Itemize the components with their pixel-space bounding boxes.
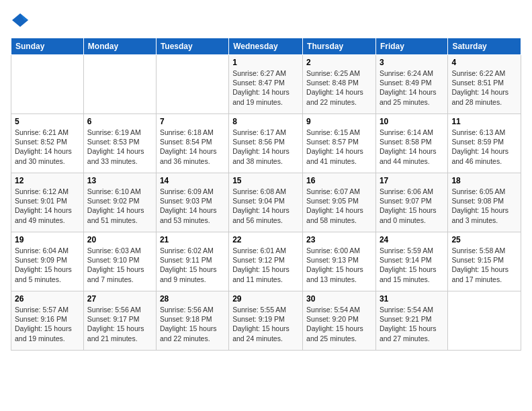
calendar-week-row: 26Sunrise: 5:57 AM Sunset: 9:16 PM Dayli… xyxy=(11,291,521,351)
header-tuesday: Tuesday xyxy=(156,38,228,55)
logo-icon xyxy=(11,11,30,30)
day-number: 21 xyxy=(160,235,225,244)
cell-content: Sunrise: 6:21 AM Sunset: 8:52 PM Dayligh… xyxy=(15,128,80,166)
calendar-cell: 20Sunrise: 6:03 AM Sunset: 9:10 PM Dayli… xyxy=(83,232,156,291)
day-number: 28 xyxy=(160,294,225,304)
calendar-cell: 17Sunrise: 6:06 AM Sunset: 9:07 PM Dayli… xyxy=(375,173,447,232)
header-monday: Monday xyxy=(83,38,156,55)
day-number: 16 xyxy=(306,176,372,185)
calendar-cell: 8Sunrise: 6:17 AM Sunset: 8:56 PM Daylig… xyxy=(229,114,303,173)
cell-content: Sunrise: 6:24 AM Sunset: 8:49 PM Dayligh… xyxy=(380,68,444,107)
logo xyxy=(11,11,32,30)
day-number: 10 xyxy=(380,117,444,126)
calendar-cell xyxy=(156,55,228,114)
calendar-cell: 24Sunrise: 5:59 AM Sunset: 9:14 PM Dayli… xyxy=(375,232,447,291)
cell-content: Sunrise: 5:56 AM Sunset: 9:17 PM Dayligh… xyxy=(87,305,152,343)
calendar-cell: 5Sunrise: 6:21 AM Sunset: 8:52 PM Daylig… xyxy=(11,114,84,173)
calendar-cell: 26Sunrise: 5:57 AM Sunset: 9:16 PM Dayli… xyxy=(11,291,84,351)
day-number: 3 xyxy=(380,58,444,67)
cell-content: Sunrise: 5:57 AM Sunset: 9:16 PM Dayligh… xyxy=(15,305,80,343)
cell-content: Sunrise: 6:18 AM Sunset: 8:54 PM Dayligh… xyxy=(160,128,225,166)
header-saturday: Saturday xyxy=(448,38,521,55)
day-number: 30 xyxy=(306,294,372,304)
cell-content: Sunrise: 6:17 AM Sunset: 8:56 PM Dayligh… xyxy=(232,128,299,166)
calendar-header-row: SundayMondayTuesdayWednesdayThursdayFrid… xyxy=(11,38,521,55)
header-thursday: Thursday xyxy=(303,38,376,55)
day-number: 15 xyxy=(232,176,299,185)
calendar-cell: 9Sunrise: 6:15 AM Sunset: 8:57 PM Daylig… xyxy=(303,114,376,173)
day-number: 31 xyxy=(380,294,444,304)
calendar-week-row: 5Sunrise: 6:21 AM Sunset: 8:52 PM Daylig… xyxy=(11,114,521,173)
day-number: 9 xyxy=(306,117,372,126)
day-number: 24 xyxy=(380,235,444,244)
day-number: 1 xyxy=(232,58,299,67)
cell-content: Sunrise: 6:08 AM Sunset: 9:04 PM Dayligh… xyxy=(232,187,299,225)
cell-content: Sunrise: 6:04 AM Sunset: 9:09 PM Dayligh… xyxy=(15,246,80,284)
calendar-cell: 19Sunrise: 6:04 AM Sunset: 9:09 PM Dayli… xyxy=(11,232,84,291)
cell-content: Sunrise: 5:55 AM Sunset: 9:19 PM Dayligh… xyxy=(232,305,299,343)
calendar-cell: 1Sunrise: 6:27 AM Sunset: 8:47 PM Daylig… xyxy=(229,55,303,114)
day-number: 23 xyxy=(306,235,372,244)
day-number: 27 xyxy=(87,294,152,304)
calendar-cell: 2Sunrise: 6:25 AM Sunset: 8:48 PM Daylig… xyxy=(303,55,376,114)
cell-content: Sunrise: 5:59 AM Sunset: 9:14 PM Dayligh… xyxy=(380,246,444,284)
cell-content: Sunrise: 6:12 AM Sunset: 9:01 PM Dayligh… xyxy=(15,187,80,225)
header-sunday: Sunday xyxy=(11,38,84,55)
calendar-cell: 22Sunrise: 6:01 AM Sunset: 9:12 PM Dayli… xyxy=(229,232,303,291)
calendar-cell: 27Sunrise: 5:56 AM Sunset: 9:17 PM Dayli… xyxy=(83,291,156,351)
cell-content: Sunrise: 6:01 AM Sunset: 9:12 PM Dayligh… xyxy=(232,246,299,284)
day-number: 18 xyxy=(451,176,517,185)
cell-content: Sunrise: 6:07 AM Sunset: 9:05 PM Dayligh… xyxy=(306,187,372,225)
cell-content: Sunrise: 6:09 AM Sunset: 9:03 PM Dayligh… xyxy=(160,187,225,225)
day-number: 12 xyxy=(15,176,80,185)
cell-content: Sunrise: 6:10 AM Sunset: 9:02 PM Dayligh… xyxy=(87,187,152,225)
day-number: 26 xyxy=(15,294,80,304)
calendar-week-row: 1Sunrise: 6:27 AM Sunset: 8:47 PM Daylig… xyxy=(11,55,521,114)
day-number: 14 xyxy=(160,176,225,185)
cell-content: Sunrise: 5:58 AM Sunset: 9:15 PM Dayligh… xyxy=(451,246,517,284)
cell-content: Sunrise: 6:06 AM Sunset: 9:07 PM Dayligh… xyxy=(380,187,444,225)
calendar-cell: 6Sunrise: 6:19 AM Sunset: 8:53 PM Daylig… xyxy=(83,114,156,173)
cell-content: Sunrise: 5:56 AM Sunset: 9:18 PM Dayligh… xyxy=(160,305,225,343)
cell-content: Sunrise: 5:54 AM Sunset: 9:21 PM Dayligh… xyxy=(380,305,444,343)
day-number: 5 xyxy=(15,117,80,126)
cell-content: Sunrise: 5:54 AM Sunset: 9:20 PM Dayligh… xyxy=(306,305,372,343)
day-number: 6 xyxy=(87,117,152,126)
day-number: 22 xyxy=(232,235,299,244)
calendar-cell: 4Sunrise: 6:22 AM Sunset: 8:51 PM Daylig… xyxy=(448,55,521,114)
cell-content: Sunrise: 6:25 AM Sunset: 8:48 PM Dayligh… xyxy=(306,68,372,107)
calendar-cell: 28Sunrise: 5:56 AM Sunset: 9:18 PM Dayli… xyxy=(156,291,228,351)
cell-content: Sunrise: 6:27 AM Sunset: 8:47 PM Dayligh… xyxy=(232,68,299,107)
cell-content: Sunrise: 6:05 AM Sunset: 9:08 PM Dayligh… xyxy=(451,187,517,225)
calendar-cell: 25Sunrise: 5:58 AM Sunset: 9:15 PM Dayli… xyxy=(448,232,521,291)
calendar-week-row: 19Sunrise: 6:04 AM Sunset: 9:09 PM Dayli… xyxy=(11,232,521,291)
cell-content: Sunrise: 6:22 AM Sunset: 8:51 PM Dayligh… xyxy=(451,68,517,107)
calendar-table: SundayMondayTuesdayWednesdayThursdayFrid… xyxy=(11,38,521,351)
cell-content: Sunrise: 6:19 AM Sunset: 8:53 PM Dayligh… xyxy=(87,128,152,166)
header-wednesday: Wednesday xyxy=(229,38,303,55)
cell-content: Sunrise: 6:00 AM Sunset: 9:13 PM Dayligh… xyxy=(306,246,372,284)
day-number: 8 xyxy=(232,117,299,126)
calendar-cell: 11Sunrise: 6:13 AM Sunset: 8:59 PM Dayli… xyxy=(448,114,521,173)
day-number: 4 xyxy=(451,58,517,67)
calendar-cell: 31Sunrise: 5:54 AM Sunset: 9:21 PM Dayli… xyxy=(375,291,447,351)
calendar-cell: 12Sunrise: 6:12 AM Sunset: 9:01 PM Dayli… xyxy=(11,173,84,232)
calendar-cell: 30Sunrise: 5:54 AM Sunset: 9:20 PM Dayli… xyxy=(303,291,376,351)
calendar-cell: 18Sunrise: 6:05 AM Sunset: 9:08 PM Dayli… xyxy=(448,173,521,232)
day-number: 29 xyxy=(232,294,299,304)
header-friday: Friday xyxy=(375,38,447,55)
calendar-cell: 3Sunrise: 6:24 AM Sunset: 8:49 PM Daylig… xyxy=(375,55,447,114)
calendar-cell xyxy=(448,291,521,351)
day-number: 20 xyxy=(87,235,152,244)
calendar-cell: 15Sunrise: 6:08 AM Sunset: 9:04 PM Dayli… xyxy=(229,173,303,232)
calendar-cell: 10Sunrise: 6:14 AM Sunset: 8:58 PM Dayli… xyxy=(375,114,447,173)
calendar-cell xyxy=(11,55,84,114)
calendar-cell: 21Sunrise: 6:02 AM Sunset: 9:11 PM Dayli… xyxy=(156,232,228,291)
calendar-cell: 14Sunrise: 6:09 AM Sunset: 9:03 PM Dayli… xyxy=(156,173,228,232)
day-number: 17 xyxy=(380,176,444,185)
calendar-cell xyxy=(83,55,156,114)
day-number: 13 xyxy=(87,176,152,185)
calendar-cell: 7Sunrise: 6:18 AM Sunset: 8:54 PM Daylig… xyxy=(156,114,228,173)
day-number: 25 xyxy=(451,235,517,244)
cell-content: Sunrise: 6:13 AM Sunset: 8:59 PM Dayligh… xyxy=(451,128,517,166)
